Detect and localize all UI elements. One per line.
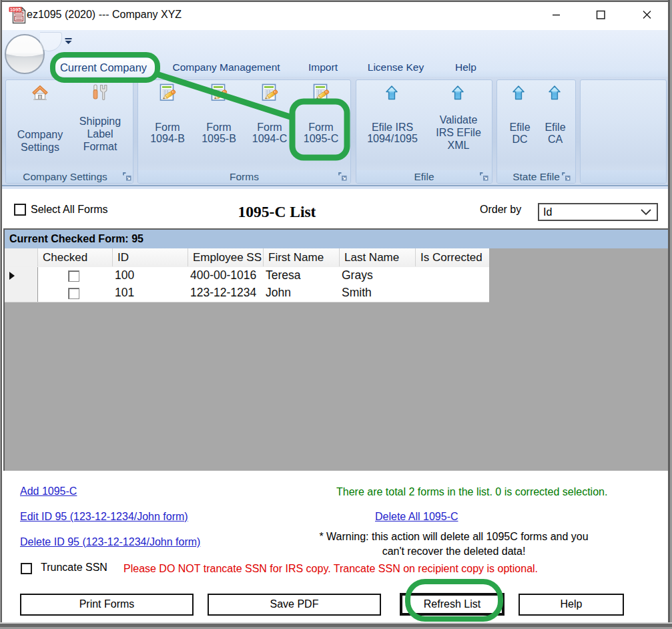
svg-text:1095: 1095 <box>10 7 21 13</box>
